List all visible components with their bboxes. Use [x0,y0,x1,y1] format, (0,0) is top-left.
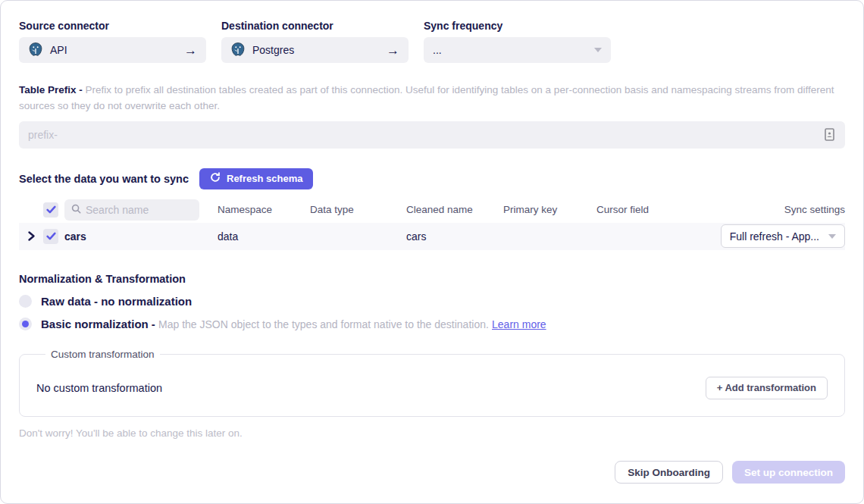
refresh-schema-label: Refresh schema [227,173,302,184]
change-later-note: Don't worry! You'll be able to change th… [19,427,845,439]
stream-search-input[interactable] [86,204,193,216]
custom-transformation-content: No custom transformation + Add transform… [36,377,828,399]
sync-settings-value: Full refresh - App... [730,230,819,243]
stream-table-row[interactable]: cars data cars Full refresh - App... [19,223,845,250]
table-prefix-section: Table Prefix - Prefix to prefix all dest… [19,83,845,149]
basic-normalization-text: Basic normalization - Map the JSON objec… [41,318,546,330]
destination-connector-label: Destination connector [221,20,409,32]
add-transformation-button[interactable]: + Add transformation [706,377,828,399]
set-up-connection-button[interactable]: Set up connection [732,461,845,484]
sync-frequency-select[interactable]: ... [424,37,611,63]
sync-settings-select[interactable]: Full refresh - App... [721,224,845,248]
basic-normalization-option[interactable]: Basic normalization - Map the JSON objec… [19,318,845,330]
radio-unselected-icon[interactable] [19,295,32,308]
search-icon [71,204,81,216]
sync-section-title: Select the data you want to sync [19,173,189,185]
arrow-right-icon: → [184,44,197,57]
sync-data-section: Select the data you want to sync Refresh… [19,168,845,250]
table-prefix-help-text: Prefix to prefix all destination tables … [19,84,834,111]
col-header-sync-settings: Sync settings [698,204,845,215]
refresh-schema-button[interactable]: Refresh schema [199,168,313,189]
no-transformation-text: No custom transformation [36,382,162,394]
stream-checkbox[interactable] [43,229,58,244]
destination-connector-group: Destination connector Postgres → [221,20,409,63]
basic-normalization-description: Map the JSON object to the types and for… [158,318,489,330]
col-header-cursor-field: Cursor field [596,204,698,215]
connectors-row: Source connector API → Destination conne… [19,20,845,63]
table-prefix-input[interactable] [19,121,845,149]
sync-section-header: Select the data you want to sync Refresh… [19,168,845,189]
stream-search-box [64,199,199,221]
radio-dot [22,321,29,327]
table-prefix-input-wrap [19,121,845,149]
normalization-section: Normalization & Transformation Raw data … [19,273,845,330]
connection-setup-page: Source connector API → Destination conne… [0,0,864,504]
raw-data-label: Raw data - no normalization [41,295,192,308]
basic-normalization-label: Basic normalization - [41,318,158,330]
col-header-namespace: Namespace [218,204,310,215]
chevron-down-icon [828,234,836,239]
source-connector-box[interactable]: API → [19,37,206,63]
custom-transformation-box: Custom transformation No custom transfor… [19,349,845,417]
refresh-icon [210,172,221,185]
sync-frequency-label: Sync frequency [424,20,611,32]
col-header-cleaned-name: Cleaned name [406,204,503,215]
destination-connector-box[interactable]: Postgres → [221,37,409,63]
select-all-checkbox[interactable] [43,202,58,218]
expand-chevron-icon[interactable] [19,230,43,242]
custom-transformation-legend: Custom transformation [45,349,160,360]
stream-cleaned-name: cars [406,230,503,243]
stream-namespace: data [218,230,310,243]
radio-selected-icon[interactable] [19,318,32,330]
source-connector-name: API [50,44,177,56]
raw-data-option[interactable]: Raw data - no normalization [19,295,845,308]
normalization-title: Normalization & Transformation [19,273,845,285]
arrow-right-icon: → [387,44,399,57]
stream-table-header: Namespace Data type Cleaned name Primary… [19,197,845,223]
chevron-down-icon [594,48,602,52]
source-connector-group: Source connector API → [19,20,206,63]
sync-frequency-group: Sync frequency ... [424,20,611,63]
col-header-data-type: Data type [310,204,406,215]
postgres-icon [28,42,43,59]
stream-name: cars [64,230,218,243]
learn-more-link[interactable]: Learn more [492,318,546,330]
table-prefix-description: Table Prefix - Prefix to prefix all dest… [19,83,845,114]
skip-onboarding-button[interactable]: Skip Onboarding [615,461,723,484]
footer-actions: Skip Onboarding Set up connection [615,461,845,484]
source-connector-label: Source connector [19,20,206,32]
postgres-icon [230,42,246,59]
autofill-extension-icon[interactable] [825,128,834,144]
col-header-primary-key: Primary key [503,204,596,215]
destination-connector-name: Postgres [252,44,380,56]
sync-frequency-value: ... [433,44,587,56]
table-prefix-title: Table Prefix - [19,84,86,95]
